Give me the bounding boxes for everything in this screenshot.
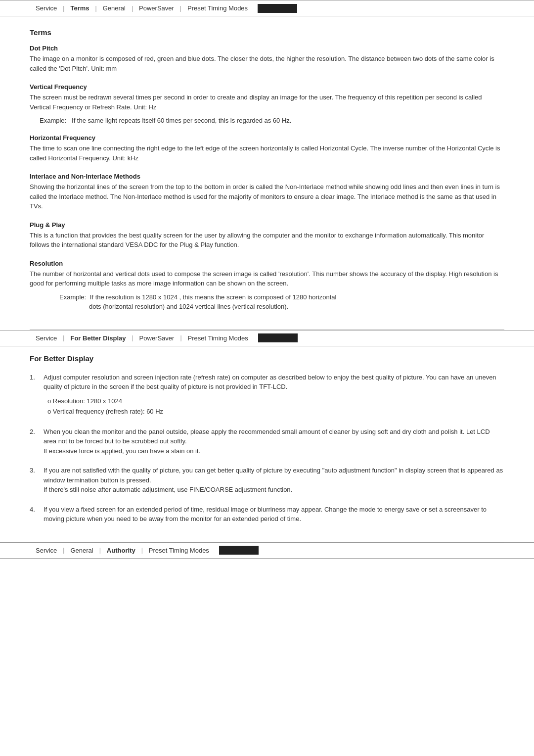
nav-powersaver-2[interactable]: PowerSaver (134, 333, 180, 343)
term-resolution-example-line2: dots (horizontal resolution) and 1024 ve… (89, 303, 288, 310)
term-resolution-heading: Resolution (30, 260, 504, 267)
terms-title: Terms (30, 28, 504, 37)
term-resolution-body: The number of horizontal and vertical do… (30, 269, 504, 288)
term-plug-play: Plug & Play This is a function that prov… (30, 221, 504, 250)
nav-preset-1[interactable]: Preset Timing Modes (181, 3, 254, 13)
term-vertical-freq-example: Example: If the same light repeats itsel… (40, 117, 504, 124)
term-horizontal-freq-heading: Horizontal Frequency (30, 134, 504, 142)
term-interlace-body: Showing the horizontal lines of the scre… (30, 182, 504, 211)
nav-bar-1: Service | Terms | General | PowerSaver |… (0, 0, 534, 16)
list-num-4: 4. (30, 505, 40, 524)
nav-general-1[interactable]: General (97, 3, 132, 13)
list-num-2: 2. (30, 427, 40, 456)
list-item-1: 1. Adjust computer resolution and screen… (30, 373, 504, 417)
nav-for-better[interactable]: For Better Display (64, 333, 132, 343)
bullet-list-1: Resolution: 1280 x 1024 Vertical frequen… (47, 396, 504, 417)
terms-section: Terms Dot Pitch The image on a monitor i… (0, 16, 534, 330)
term-interlace-heading: Interlace and Non-Interlace Methods (30, 173, 504, 180)
bullet-1a: Resolution: 1280 x 1024 (47, 396, 504, 407)
nav-color-block-1 (258, 4, 297, 13)
list-content-3: If you are not satisfied with the qualit… (44, 466, 504, 495)
nav-general-3[interactable]: General (64, 546, 99, 555)
term-dot-pitch-heading: Dot Pitch (30, 45, 504, 52)
term-vertical-freq: Vertical Frequency The screen must be re… (30, 83, 504, 124)
term-horizontal-freq: Horizontal Frequency The time to scan on… (30, 134, 504, 163)
list-num-3: 3. (30, 466, 40, 495)
term-interlace: Interlace and Non-Interlace Methods Show… (30, 173, 504, 211)
term-plug-play-body: This is a function that provides the bes… (30, 231, 504, 250)
nav-terms[interactable]: Terms (64, 3, 95, 13)
list-content-2: When you clean the monitor and the panel… (44, 427, 504, 456)
term-resolution-example-line1: If the resolution is 1280 x 1024 , this … (90, 293, 337, 301)
list-content-1: Adjust computer resolution and screen in… (44, 373, 504, 417)
term-resolution: Resolution The number of horizontal and … (30, 260, 504, 312)
nav-preset-3[interactable]: Preset Timing Modes (143, 546, 215, 555)
term-plug-play-heading: Plug & Play (30, 221, 504, 229)
term-horizontal-freq-body: The time to scan one line connecting the… (30, 143, 504, 163)
term-vertical-freq-body: The screen must be redrawn several times… (30, 93, 504, 112)
nav-bar-3: Service | General | Authority | Preset T… (0, 542, 534, 559)
list-num-1: 1. (30, 373, 40, 417)
list-content-4: If you view a fixed screen for an extend… (44, 505, 504, 524)
nav-preset-2[interactable]: Preset Timing Modes (182, 333, 254, 343)
list-item-2: 2. When you clean the monitor and the pa… (30, 427, 504, 456)
term-resolution-example: Example: If the resolution is 1280 x 102… (59, 292, 504, 312)
nav-service-3[interactable]: Service (30, 546, 63, 555)
term-dot-pitch-body: The image on a monitor is composed of re… (30, 54, 504, 73)
term-dot-pitch: Dot Pitch The image on a monitor is comp… (30, 45, 504, 73)
list-item-3: 3. If you are not satisfied with the qua… (30, 466, 504, 495)
nav-color-block-3 (219, 546, 259, 555)
term-vertical-freq-heading: Vertical Frequency (30, 83, 504, 91)
nav-service-2[interactable]: Service (30, 333, 63, 343)
nav-service-1[interactable]: Service (30, 3, 63, 13)
list-text-1: Adjust computer resolution and screen in… (44, 374, 496, 391)
nav-color-block-2 (258, 333, 298, 342)
nav-powersaver-1[interactable]: PowerSaver (133, 3, 180, 13)
for-better-title: For Better Display (30, 354, 504, 363)
nav-bar-2: Service | For Better Display | PowerSave… (0, 330, 534, 346)
nav-authority[interactable]: Authority (101, 546, 141, 555)
bullet-1b: Vertical frequency (refresh rate): 60 Hz (47, 406, 504, 417)
list-item-4: 4. If you view a fixed screen for an ext… (30, 505, 504, 524)
for-better-section: For Better Display 1. Adjust computer re… (0, 346, 534, 542)
for-better-list: 1. Adjust computer resolution and screen… (30, 373, 504, 524)
